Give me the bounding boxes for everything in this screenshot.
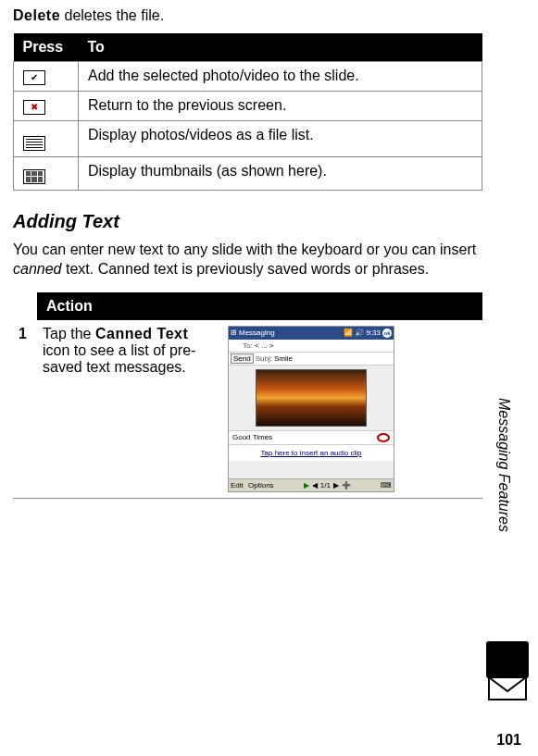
para-pre: You can enter new text to any slide with… <box>13 242 476 257</box>
device-screenshot: ⊞ Messaging 📶 🔊 9:33 ok S To: < <box>228 326 394 492</box>
list-icon <box>23 136 45 151</box>
to-nav[interactable]: < ... > <box>255 341 273 350</box>
prev-icon[interactable]: ◀ <box>312 481 318 490</box>
screenshot-cell: ⊞ Messaging 📶 🔊 9:33 ok S To: < <box>222 320 482 499</box>
sunset-photo[interactable] <box>256 369 367 427</box>
table-row: Display photos/videos as a file list. <box>14 121 482 157</box>
heading-adding-text: Adding Text <box>13 211 482 232</box>
row-desc: Add the selected photo/video to the slid… <box>79 62 482 92</box>
side-section-label: Messaging Features <box>495 398 512 532</box>
caption-text[interactable]: Good Times <box>232 433 272 441</box>
para-post: text. Canned text is previously saved wo… <box>62 261 430 277</box>
keyboard-icon[interactable]: ⌨ <box>381 481 392 490</box>
send-button[interactable]: Send <box>231 353 254 364</box>
play-icon[interactable]: ▶ <box>304 481 309 490</box>
screenshot-titlebar: ⊞ Messaging 📶 🔊 9:33 ok <box>229 327 394 340</box>
table-row: ✔ Add the selected photo/video to the sl… <box>14 62 482 92</box>
table-row: Display thumbnails (as shown here). <box>14 157 482 191</box>
messaging-chapter-icon <box>486 641 529 700</box>
top-instruction: Delete deletes the file. <box>13 7 482 24</box>
edit-menu[interactable]: Edit <box>231 481 244 490</box>
insert-audio-link[interactable]: Tap here to insert an audio clip <box>229 445 394 461</box>
titlebar-title: Messaging <box>239 328 275 337</box>
row-desc: Display photos/videos as a file list. <box>79 121 482 157</box>
row-desc: Return to the previous screen. <box>79 92 482 121</box>
bottombar-left: Edit Options <box>231 481 274 490</box>
page-number: 101 <box>496 732 521 749</box>
bottombar-nav: ▶ ◀ 1/1 ▶ ➕ <box>304 481 351 490</box>
ok-button[interactable]: ok <box>382 328 392 338</box>
titlebar-time: 9:33 <box>366 328 381 337</box>
options-menu[interactable]: Options <box>248 481 274 490</box>
empty-header <box>13 292 37 320</box>
subj-row: Send Subj: Smile <box>229 353 394 366</box>
row-desc: Display thumbnails (as shown here). <box>79 157 482 191</box>
to-row: S To: < ... > <box>229 340 394 353</box>
subj-value[interactable]: Smile <box>274 354 293 363</box>
header-action: Action <box>37 292 482 320</box>
add-icon[interactable]: ➕ <box>342 481 351 490</box>
delete-rest: deletes the file. <box>60 7 164 23</box>
press-to-table: Press To ✔ Add the selected photo/video … <box>13 33 482 191</box>
pager: 1/1 <box>320 481 331 490</box>
check-icon: ✔ <box>23 70 45 85</box>
para-italic: canned <box>13 261 62 277</box>
header-to: To <box>79 33 482 62</box>
delete-label: Delete <box>13 7 60 23</box>
subj-label: Subj: <box>256 354 272 363</box>
next-icon[interactable]: ▶ <box>333 481 339 490</box>
to-label: To: <box>243 341 253 350</box>
titlebar-right: 📶 🔊 9:33 ok <box>344 328 392 338</box>
speaker-icon: 🔊 <box>355 328 364 337</box>
adding-text-paragraph: You can enter new text to any slide with… <box>13 240 482 279</box>
titlebar-start: ⊞ Messaging <box>231 328 275 337</box>
table-row: 1 Tap the Canned Text icon to see a list… <box>13 320 482 499</box>
windows-icon: ⊞ <box>231 328 237 337</box>
canned-text-icon-highlight[interactable] <box>377 433 390 442</box>
action-table: Action 1 Tap the Canned Text icon to see… <box>13 292 482 499</box>
bottom-bar: Edit Options ▶ ◀ 1/1 ▶ ➕ ⌨ <box>229 478 394 491</box>
x-icon: ✖ <box>23 100 45 115</box>
caption-row: Good Times <box>229 430 394 445</box>
table-row: ✖ Return to the previous screen. <box>14 92 482 121</box>
step-text: Tap the Canned Text icon to see a list o… <box>37 320 222 499</box>
signal-icon: 📶 <box>344 328 353 337</box>
header-press: Press <box>14 33 79 62</box>
envelope-icon <box>488 669 527 700</box>
step-number: 1 <box>13 320 37 499</box>
grid-icon <box>23 169 45 184</box>
